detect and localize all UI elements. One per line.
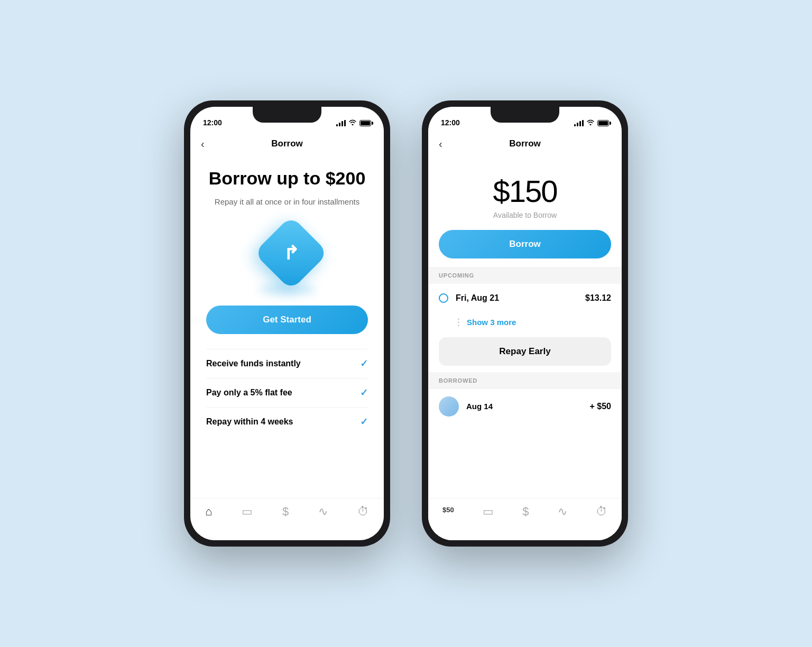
show-more-button[interactable]: Show 3 more — [467, 318, 516, 327]
tab-activity-1[interactable]: ∿ — [318, 505, 328, 519]
feature-list: Receive funds instantly ✓ Pay only a 5% … — [206, 349, 368, 436]
feature-item-0: Receive funds instantly ✓ — [206, 349, 368, 378]
borrowed-amount: + $50 — [590, 402, 611, 411]
back-button-2[interactable]: ‹ — [439, 138, 442, 150]
show-more-row: Show 3 more — [428, 312, 622, 334]
tab-bar-1: ⌂ ▭ $ ∿ ⏱ — [190, 498, 384, 540]
wifi-icon-2 — [586, 119, 595, 127]
feature-label-2: Repay within 4 weeks — [206, 417, 293, 427]
timeline-vertical-dots — [456, 318, 462, 326]
borrow-amount: $150 — [493, 173, 557, 209]
signal-icon-2 — [574, 120, 584, 126]
upcoming-amount: $13.12 — [585, 293, 611, 303]
notch-1 — [253, 107, 321, 123]
borrowed-item: Aug 14 + $50 — [428, 389, 622, 424]
phone-1: 12:00 ‹ Borrow — [184, 100, 390, 547]
notch-2 — [491, 107, 559, 123]
activity-icon-2: ∿ — [558, 505, 567, 519]
money-icon-1: $ — [282, 505, 289, 519]
nav-title-2: Borrow — [509, 138, 541, 149]
tab-money-2[interactable]: $ — [522, 505, 529, 519]
status-time-2: 12:00 — [441, 118, 460, 127]
balance-label-2: $50 — [442, 505, 454, 514]
hero-subtitle: Repay it all at once or in four installm… — [215, 196, 359, 208]
tab-bar-2: $50 ▭ $ ∿ ⏱ — [428, 498, 622, 540]
borrow-button[interactable]: Borrow — [439, 230, 611, 258]
tab-card-1[interactable]: ▭ — [242, 505, 253, 519]
home-icon-1: ⌂ — [205, 505, 212, 519]
feature-item-1: Pay only a 5% flat fee ✓ — [206, 378, 368, 407]
borrowed-date: Aug 14 — [466, 402, 493, 411]
card-icon-2: ▭ — [483, 505, 494, 519]
battery-icon-2 — [597, 120, 609, 126]
nav-bar-2: ‹ Borrow — [428, 130, 622, 158]
amount-label: Available to Borrow — [493, 211, 557, 219]
check-icon-2: ✓ — [360, 416, 368, 428]
phone2-content: $150 Available to Borrow Borrow UPCOMING… — [428, 158, 622, 498]
borrow-icon-diamond: ↱ — [254, 215, 328, 290]
tab-home-1[interactable]: ⌂ — [205, 505, 212, 519]
tab-activity-2[interactable]: ∿ — [558, 505, 567, 519]
amount-section: $150 Available to Borrow — [428, 158, 622, 230]
upcoming-item: Fri, Aug 21 $13.12 — [428, 284, 622, 312]
tab-history-2[interactable]: ⏱ — [596, 505, 607, 519]
phone-2: 12:00 ‹ Borrow — [422, 100, 628, 547]
upcoming-header: UPCOMING — [428, 267, 622, 284]
status-time-1: 12:00 — [203, 118, 222, 127]
tab-money-1[interactable]: $ — [282, 505, 289, 519]
battery-icon-1 — [359, 120, 371, 126]
wifi-icon-1 — [348, 119, 357, 127]
arrow-icon: ↱ — [283, 242, 299, 264]
nav-bar-1: ‹ Borrow — [190, 130, 384, 158]
feature-item-2: Repay within 4 weeks ✓ — [206, 407, 368, 436]
phone1-content: Borrow up to $200 Repay it all at once o… — [190, 158, 384, 498]
icon-shadow — [258, 284, 316, 295]
feature-label-0: Receive funds instantly — [206, 359, 301, 368]
check-icon-0: ✓ — [360, 358, 368, 369]
feature-label-1: Pay only a 5% flat fee — [206, 388, 292, 398]
get-started-button[interactable]: Get Started — [206, 306, 368, 334]
history-icon-2: ⏱ — [596, 505, 607, 519]
card-icon-1: ▭ — [242, 505, 253, 519]
tab-card-2[interactable]: ▭ — [483, 505, 494, 519]
borrowed-header: BORROWED — [428, 372, 622, 389]
money-icon-2: $ — [522, 505, 529, 519]
nav-title-1: Borrow — [271, 138, 303, 149]
tab-history-1[interactable]: ⏱ — [357, 505, 369, 519]
history-icon-1: ⏱ — [357, 505, 369, 519]
check-icon-1: ✓ — [360, 387, 368, 399]
signal-icon-1 — [336, 120, 346, 126]
status-icons-2 — [574, 119, 609, 127]
borrowed-avatar — [439, 396, 459, 417]
borrowed-info: Aug 14 — [466, 402, 590, 411]
tab-balance-2[interactable]: $50 — [442, 505, 454, 514]
back-button-1[interactable]: ‹ — [201, 138, 205, 150]
hero-title: Borrow up to $200 — [209, 168, 366, 189]
borrow-icon-container: ↱ — [253, 221, 321, 290]
timeline-dot — [439, 293, 448, 303]
repay-early-button[interactable]: Repay Early — [439, 337, 611, 366]
upcoming-date: Fri, Aug 21 — [456, 293, 585, 303]
activity-icon-1: ∿ — [318, 505, 328, 519]
status-icons-1 — [336, 119, 371, 127]
